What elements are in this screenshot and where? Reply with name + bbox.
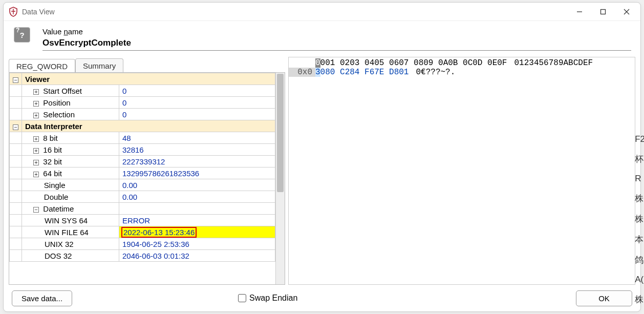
row-unix-32[interactable]: UNIX 321904-06-25 2:53:36 <box>10 238 275 250</box>
row-selection[interactable]: + Selection0 <box>10 109 275 120</box>
row-win-file-64[interactable]: WIN FILE 642022-06-13 15:23:46 <box>10 226 275 238</box>
close-button[interactable] <box>615 4 638 19</box>
help-icon[interactable]: ? <box>14 27 30 43</box>
hex-view[interactable]: 0001 0203 0405 0607 0809 0A0B 0C0D 0E0F … <box>288 57 635 285</box>
row-32-bit[interactable]: + 32 bit2227339312 <box>10 156 275 168</box>
scroll-thumb[interactable] <box>277 74 284 192</box>
close-icon <box>624 9 630 15</box>
maximize-icon <box>600 9 606 15</box>
save-data-button[interactable]: Save data... <box>12 290 72 306</box>
hex-bytes[interactable]: 3080 C284 F67E D801 <box>315 68 409 77</box>
row-16-bit[interactable]: + 16 bit32816 <box>10 144 275 156</box>
app-shield-icon <box>9 7 18 17</box>
swap-endian-checkbox[interactable]: Swap Endian <box>238 294 297 303</box>
tab-reg-qword[interactable]: REG_QWORD <box>9 59 75 73</box>
tabstrip: REG_QWORD Summary <box>9 57 285 72</box>
row-dos-32[interactable]: DOS 322046-06-03 0:01:32 <box>10 250 275 262</box>
svg-rect-1 <box>601 9 606 14</box>
hex-offset: 0x0 <box>289 68 315 77</box>
value-name-input[interactable] <box>42 37 631 51</box>
titlebar: Data View <box>4 3 640 21</box>
checkbox-icon <box>238 294 246 302</box>
row-64-bit[interactable]: + 64 bit132995786261823536 <box>10 168 275 179</box>
tab-summary[interactable]: Summary <box>75 58 123 72</box>
row-win-sys-64[interactable]: WIN SYS 64ERROR <box>10 215 275 226</box>
section-viewer[interactable]: − Viewer <box>10 73 275 85</box>
row-single[interactable]: Single0.00 <box>10 179 275 191</box>
row-double[interactable]: Double0.00 <box>10 191 275 203</box>
property-tree[interactable]: − Viewer + Start Offset0+ Position0+ Sel… <box>9 73 275 284</box>
ok-button[interactable]: OK <box>576 290 632 306</box>
section-interpreter[interactable]: − Data Interpreter <box>10 120 275 132</box>
header: ? Value name <box>4 21 640 53</box>
row-8-bit[interactable]: + 8 bit48 <box>10 132 275 144</box>
value-name-label: Value name <box>42 27 631 36</box>
row-datetime[interactable]: − Datetime <box>10 203 275 215</box>
footer: Save data... Swap Endian OK <box>4 285 640 311</box>
minimize-icon <box>576 9 583 15</box>
hex-ascii: 0€???~?. <box>409 68 455 77</box>
window-title: Data View <box>22 8 55 16</box>
row-start-offset[interactable]: + Start Offset0 <box>10 85 275 97</box>
tree-scrollbar[interactable] <box>275 73 285 284</box>
maximize-button[interactable] <box>591 4 615 19</box>
data-view-window: Data View ? Value name REG_QWORD Summary <box>3 2 641 312</box>
minimize-button[interactable] <box>568 4 591 19</box>
row-position[interactable]: + Position0 <box>10 97 275 109</box>
